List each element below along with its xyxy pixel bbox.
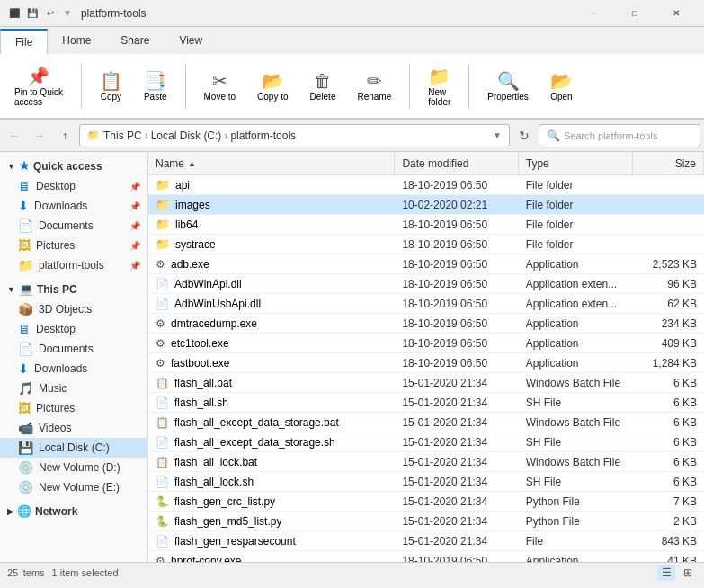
table-row[interactable]: 📁 systrace 18-10-2019 06:50 File folder — [148, 235, 704, 254]
sidebar-item-3dobjects[interactable]: 📦 3D Objects — [0, 299, 147, 319]
network-header[interactable]: ▶ 🌐 Network — [0, 501, 147, 521]
details-view-button[interactable]: ☰ — [657, 565, 675, 581]
desktop-qa-icon: 🖥 — [18, 179, 31, 193]
table-row[interactable]: 📋 flash_all_except_data_storage.bat 15-0… — [148, 413, 704, 432]
pin-downloads: 📌 — [129, 201, 140, 211]
address-field[interactable]: 📁 This PC › Local Disk (C:) › platform-t… — [79, 124, 510, 147]
open-button[interactable]: 📂 Open — [543, 67, 580, 105]
search-placeholder: Search platform-tools — [564, 130, 658, 141]
col-date-label: Date modified — [402, 157, 468, 170]
sidebar-item-desktop-qa-label: Desktop — [36, 180, 76, 192]
sidebar-item-downloads[interactable]: ⬇ Downloads — [0, 359, 147, 379]
table-row[interactable]: 📁 images 10-02-2020 02:21 File folder — [148, 195, 704, 215]
table-row[interactable]: 🐍 flash_gen_crc_list.py 15-01-2020 21:34… — [148, 492, 704, 512]
file-name: flash_all.bat — [174, 377, 232, 389]
col-header-date[interactable]: Date modified — [395, 152, 518, 174]
table-row[interactable]: 📁 api 18-10-2019 06:50 File folder — [148, 175, 704, 195]
sidebar-item-videos[interactable]: 📹 Videos — [0, 418, 147, 438]
file-name-cell: ⚙ fastboot.exe — [148, 357, 395, 370]
new-folder-button[interactable]: 📁 Newfolder — [421, 62, 458, 111]
table-row[interactable]: 📄 AdbWinUsbApi.dll 18-10-2019 06:50 Appl… — [148, 294, 704, 314]
copy-to-button[interactable]: 📂 Copy to — [250, 67, 295, 105]
crumb-current[interactable]: platform-tools — [230, 129, 296, 142]
quickaccess-header[interactable]: ▼ ★ Quick access — [0, 156, 147, 176]
tab-file[interactable]: File — [0, 29, 48, 54]
file-date: 15-01-2020 21:34 — [395, 535, 518, 548]
exe-icon: ⚙ — [156, 357, 165, 370]
sidebar-item-desktop-qa[interactable]: 🖥 Desktop 📌 — [0, 176, 147, 196]
back-button[interactable]: ← — [4, 125, 25, 147]
address-dropdown-icon[interactable]: ▼ — [493, 130, 502, 140]
table-row[interactable]: 🐍 flash_gen_md5_list.py 15-01-2020 21:34… — [148, 512, 704, 531]
file-name: flash_all_except_data_storage.sh — [174, 436, 335, 449]
move-to-button[interactable]: ✂ Move to — [197, 67, 244, 105]
sidebar-item-pictures-qa[interactable]: 🖼 Pictures 📌 — [0, 236, 147, 255]
file-name-cell: ⚙ etc1tool.exe — [148, 337, 395, 350]
forward-button[interactable]: → — [29, 125, 50, 147]
file-date: 15-01-2020 21:34 — [395, 495, 518, 508]
sidebar-item-desktop[interactable]: 🖥 Desktop — [0, 319, 147, 339]
sidebar-item-platformtools-qa[interactable]: 📁 platform-tools 📌 — [0, 255, 147, 275]
file-size: 7 KB — [633, 495, 704, 508]
thispc-icon: 💻 — [19, 282, 33, 296]
save-icon[interactable]: 💾 — [25, 6, 40, 21]
col-header-size[interactable]: Size — [633, 152, 704, 174]
table-row[interactable]: ⚙ etc1tool.exe 18-10-2019 06:50 Applicat… — [148, 334, 704, 353]
sidebar-item-newvolume-e[interactable]: 💿 New Volume (E:) — [0, 477, 147, 497]
file-date: 15-01-2020 21:34 — [395, 416, 518, 429]
col-header-name[interactable]: Name ▲ — [148, 152, 395, 174]
close-button[interactable]: ✕ — [655, 0, 697, 27]
thispc-header[interactable]: ▼ 💻 This PC — [0, 279, 147, 299]
title-bar-icons: ⬛ 💾 ↩ ▼ — [7, 6, 74, 21]
col-type-label: Type — [526, 157, 549, 170]
table-row[interactable]: 📄 flash_all_lock.sh 15-01-2020 21:34 SH … — [148, 472, 704, 492]
sidebar-item-documents[interactable]: 📄 Documents — [0, 339, 147, 359]
file-type: Application — [519, 337, 634, 350]
table-row[interactable]: 📋 flash_all.bat 15-01-2020 21:34 Windows… — [148, 373, 704, 393]
tab-share[interactable]: Share — [106, 27, 165, 54]
table-row[interactable]: ⚙ dmtracedump.exe 18-10-2019 06:50 Appli… — [148, 314, 704, 334]
main-content: ▼ ★ Quick access 🖥 Desktop 📌 ⬇ Downloads… — [0, 152, 704, 562]
table-row[interactable]: ⚙ adb.exe 18-10-2019 06:50 Application 2… — [148, 254, 704, 274]
table-row[interactable]: 📄 AdbWinApi.dll 18-10-2019 06:50 Applica… — [148, 274, 704, 294]
sidebar-item-downloads-qa[interactable]: ⬇ Downloads 📌 — [0, 196, 147, 216]
file-size: 2 KB — [633, 515, 704, 528]
pin-to-quickaccess-button[interactable]: 📌 Pin to Quickaccess — [7, 62, 70, 111]
paste-button[interactable]: 📑 Paste — [137, 67, 174, 105]
thispc-label: This PC — [37, 283, 77, 296]
minimize-button[interactable]: ─ — [573, 0, 614, 27]
crumb-localdisk[interactable]: Local Disk (C:) — [151, 129, 222, 142]
crumb-thispc[interactable]: This PC — [103, 129, 142, 142]
file-type: Application exten... — [519, 278, 634, 290]
file-name-cell: 📄 AdbWinUsbApi.dll — [148, 298, 395, 310]
col-header-type[interactable]: Type — [519, 152, 634, 174]
file-type: Application — [519, 357, 634, 370]
table-row[interactable]: 📄 flash_all_except_data_storage.sh 15-01… — [148, 432, 704, 452]
file-name: flash_all_lock.bat — [174, 456, 257, 468]
up-button[interactable]: ↑ — [54, 125, 76, 147]
sidebar-item-newvolume-d[interactable]: 💿 New Volume (D:) — [0, 458, 147, 477]
sidebar-item-localdisk[interactable]: 💾 Local Disk (C:) — [0, 438, 147, 458]
table-row[interactable]: 📁 lib64 18-10-2019 06:50 File folder — [148, 215, 704, 235]
rename-button[interactable]: ✏ Rename — [350, 67, 398, 105]
search-field[interactable]: 🔍 Search platform-tools — [539, 124, 700, 147]
table-row[interactable]: 📄 flash_gen_resparsecount 15-01-2020 21:… — [148, 531, 704, 551]
sidebar-item-music[interactable]: 🎵 Music — [0, 379, 147, 398]
tab-home[interactable]: Home — [48, 27, 106, 54]
sidebar-item-documents-qa[interactable]: 📄 Documents 📌 — [0, 216, 147, 236]
delete-button[interactable]: 🗑 Delete — [303, 67, 343, 105]
table-row[interactable]: 📋 flash_all_lock.bat 15-01-2020 21:34 Wi… — [148, 452, 704, 472]
ribbon-sep-2 — [185, 64, 186, 109]
copy-button[interactable]: 📋 Copy — [93, 67, 129, 105]
maximize-button[interactable]: □ — [614, 0, 655, 27]
table-row[interactable]: ⚙ hprof-conv.exe 18-10-2019 06:50 Applic… — [148, 551, 704, 562]
table-row[interactable]: 📄 flash_all.sh 15-01-2020 21:34 SH File … — [148, 393, 704, 413]
refresh-button[interactable]: ↻ — [513, 125, 535, 147]
properties-button[interactable]: 🔍 Properties — [480, 67, 536, 105]
undo-icon[interactable]: ↩ — [43, 6, 58, 21]
sidebar-item-pictures[interactable]: 🖼 Pictures — [0, 398, 147, 418]
large-icons-view-button[interactable]: ⊞ — [679, 565, 697, 581]
newvolume-e-icon: 💿 — [18, 480, 33, 494]
table-row[interactable]: ⚙ fastboot.exe 18-10-2019 06:50 Applicat… — [148, 353, 704, 373]
tab-view[interactable]: View — [165, 27, 218, 54]
